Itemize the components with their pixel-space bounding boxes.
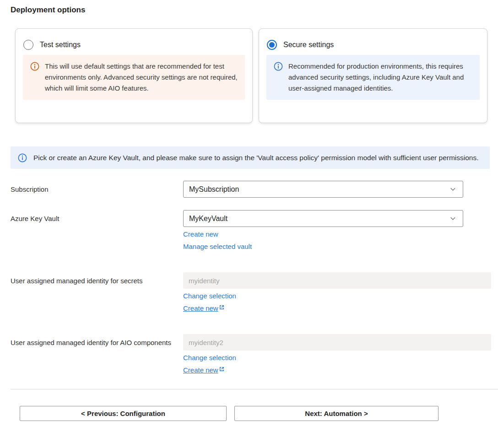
subscription-row: Subscription MySubscription — [11, 181, 498, 198]
page-title: Deployment options — [11, 5, 498, 15]
key-vault-value: MyKeyVault — [189, 215, 227, 223]
identity-aio-input: myidentity2 — [183, 334, 491, 351]
key-vault-label: Azure Key Vault — [11, 210, 183, 224]
subscription-dropdown[interactable]: MySubscription — [183, 181, 463, 198]
identity-secrets-create-new-label: Create new — [183, 304, 218, 312]
identity-aio-change-selection-link[interactable]: Change selection — [183, 354, 236, 362]
next-automation-button[interactable]: Next: Automation > — [234, 406, 438, 421]
key-vault-create-new-link[interactable]: Create new — [183, 230, 218, 238]
footer-divider — [11, 389, 498, 389]
test-settings-radio[interactable] — [23, 40, 33, 50]
manage-selected-vault-link[interactable]: Manage selected vault — [183, 243, 252, 250]
subscription-label: Subscription — [11, 181, 183, 194]
external-link-icon — [219, 304, 225, 310]
test-settings-label: Test settings — [40, 41, 81, 49]
deployment-option-cards: Test settings This will use default sett… — [15, 28, 487, 123]
identity-secrets-change-selection-link[interactable]: Change selection — [183, 292, 236, 300]
banner-text: Pick or create an Azure Key Vault, and p… — [33, 152, 479, 163]
info-icon — [274, 62, 283, 71]
key-vault-dropdown[interactable]: MyKeyVault — [183, 210, 463, 227]
key-vault-row: Azure Key Vault MyKeyVault Create new Ma… — [11, 210, 498, 250]
test-settings-card[interactable]: Test settings This will use default sett… — [15, 28, 253, 123]
key-vault-info-banner: Pick or create an Azure Key Vault, and p… — [11, 146, 490, 169]
secure-settings-card[interactable]: Secure settings Recommended for producti… — [259, 28, 487, 123]
identity-aio-row: User assigned managed identity for AIO c… — [11, 334, 498, 374]
identity-aio-create-new-link[interactable]: Create new — [183, 366, 225, 374]
identity-secrets-create-new-link[interactable]: Create new — [183, 304, 225, 312]
info-icon — [18, 153, 27, 162]
secure-settings-form: Subscription MySubscription Azure Key Va… — [11, 181, 498, 374]
chevron-down-icon — [449, 215, 456, 222]
secure-settings-label: Secure settings — [283, 41, 334, 49]
deployment-options-page: Deployment options Test settings This wi… — [0, 0, 498, 448]
identity-aio-create-new-label: Create new — [183, 366, 218, 374]
test-settings-info-text: This will use default settings that are … — [45, 61, 238, 94]
info-icon — [30, 62, 39, 71]
test-settings-infobox: This will use default settings that are … — [23, 55, 245, 100]
subscription-value: MySubscription — [189, 185, 239, 194]
chevron-down-icon — [449, 186, 456, 193]
secure-settings-info-text: Recommended for production environments,… — [288, 61, 472, 94]
wizard-navigation: < Previous: Configuration Next: Automati… — [20, 406, 498, 421]
previous-configuration-button[interactable]: < Previous: Configuration — [20, 406, 227, 421]
identity-aio-value: myidentity2 — [189, 339, 223, 346]
identity-secrets-row: User assigned managed identity for secre… — [11, 272, 498, 312]
identity-secrets-value: myidentity — [189, 277, 220, 285]
secure-settings-infobox: Recommended for production environments,… — [266, 55, 480, 100]
secure-settings-radio[interactable] — [267, 40, 277, 50]
identity-aio-label: User assigned managed identity for AIO c… — [11, 334, 183, 348]
identity-secrets-input: myidentity — [183, 272, 491, 289]
identity-secrets-label: User assigned managed identity for secre… — [11, 272, 183, 286]
external-link-icon — [219, 366, 225, 372]
